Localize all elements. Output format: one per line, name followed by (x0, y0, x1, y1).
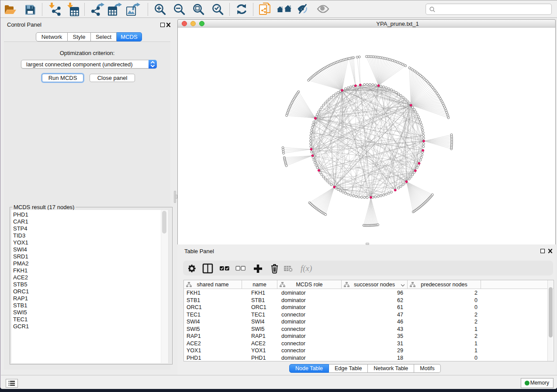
svg-text:f(x): f(x) (301, 264, 312, 273)
